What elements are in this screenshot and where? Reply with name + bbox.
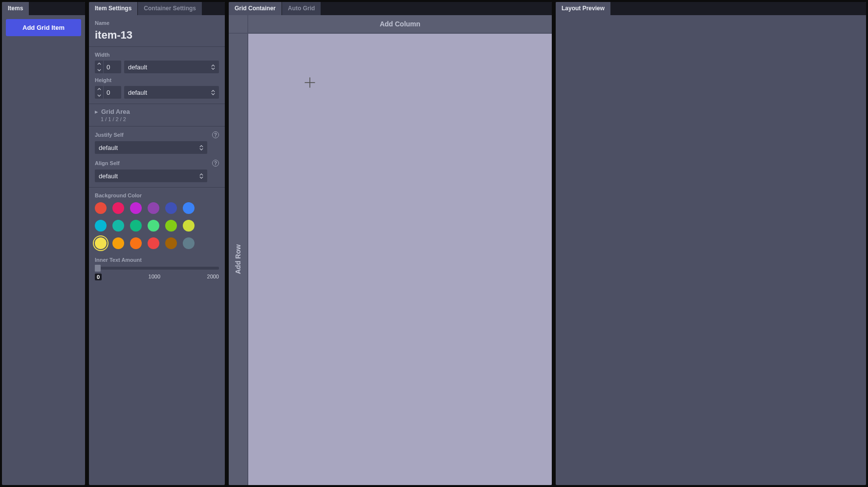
width-stepper-buttons [95,61,104,73]
add-column-button[interactable]: Add Column [248,15,552,33]
slider-track [95,267,219,270]
app-root: Items Add Grid Item Item Settings Contai… [0,0,868,487]
height-stepper-buttons [95,86,104,99]
justify-self-value: default [99,144,118,151]
grid-panel-body: Add Column Add Row [229,15,552,485]
color-swatch[interactable] [148,220,159,232]
help-icon[interactable]: ? [212,160,219,167]
width-unit-value: default [128,64,147,71]
width-row: default [95,61,219,73]
panel-items-body: Add Grid Item [2,15,85,485]
panel-preview: Layout Preview [556,2,866,485]
color-swatch[interactable] [165,220,177,232]
width-input[interactable] [104,61,121,73]
select-caret-icon [211,90,215,95]
color-swatch[interactable] [95,220,107,232]
tabs-grid: Grid Container Auto Grid [229,2,552,15]
slider-mid: 1000 [149,274,160,280]
tab-layout-preview[interactable]: Layout Preview [556,2,611,15]
slider-thumb[interactable] [95,265,101,272]
color-swatch[interactable] [95,237,107,249]
plus-icon[interactable] [303,76,317,91]
panel-settings: Item Settings Container Settings Name it… [89,2,225,485]
slider-labels: 0 1000 2000 [95,274,219,280]
tab-container-settings[interactable]: Container Settings [138,2,202,15]
grid-corner [229,15,247,33]
select-caret-icon [211,64,215,70]
color-swatch[interactable] [112,237,124,249]
color-swatch[interactable] [112,202,124,214]
help-icon[interactable]: ? [212,131,219,138]
width-unit-select[interactable]: default [124,61,219,73]
height-input[interactable] [104,86,121,99]
bg-color-label: Background Color [95,192,219,198]
color-swatches [95,202,219,249]
select-caret-icon [199,145,203,150]
grid-area-value: 1 / 1 / 2 / 2 [101,116,219,122]
add-grid-item-button[interactable]: Add Grid Item [6,19,81,36]
color-swatch[interactable] [183,237,195,249]
color-swatch[interactable] [165,202,177,214]
height-step-down[interactable] [95,92,103,99]
height-row: default [95,86,219,99]
width-step-down[interactable] [95,67,103,73]
color-swatch[interactable] [148,202,159,214]
inner-text-slider[interactable]: 0 1000 2000 [95,267,219,280]
color-swatch[interactable] [165,237,177,249]
color-swatch[interactable] [95,202,107,214]
tab-grid-container[interactable]: Grid Container [229,2,282,15]
color-swatch[interactable] [130,237,142,249]
tabs-settings: Item Settings Container Settings [89,2,225,15]
chevron-up-icon [97,88,101,90]
panel-items: Items Add Grid Item [2,2,85,485]
name-value[interactable]: item-13 [95,29,219,42]
justify-self-label: Justify Self [95,132,124,138]
height-stepper [95,86,121,99]
section-dimensions: Width default [89,47,225,104]
select-caret-icon [199,173,203,179]
chevron-up-icon [97,63,101,65]
grid-surface[interactable] [248,34,552,485]
color-swatch[interactable] [148,237,159,249]
name-label: Name [95,20,219,26]
panel-settings-body: Name item-13 Width default [89,15,225,285]
caret-right-icon: ▸ [95,108,98,115]
width-label: Width [95,52,219,58]
section-alignment: Justify Self ? default Align Self ? defa… [89,127,225,188]
tab-item-settings[interactable]: Item Settings [89,2,138,15]
width-stepper [95,61,121,73]
tab-auto-grid[interactable]: Auto Grid [282,2,321,15]
section-grid-area[interactable]: ▸ Grid Area 1 / 1 / 2 / 2 [89,104,225,127]
height-step-up[interactable] [95,86,103,92]
slider-min: 0 [95,274,102,280]
section-appearance: Background Color Inner Text Amount 0 100… [89,188,225,285]
preview-body [556,15,866,485]
align-self-value: default [99,172,118,180]
align-self-select[interactable]: default [95,169,207,182]
tab-items[interactable]: Items [2,2,29,15]
height-unit-select[interactable]: default [124,86,219,99]
tabs-items: Items [2,2,85,15]
color-swatch[interactable] [130,202,142,214]
tabs-preview: Layout Preview [556,2,866,15]
chevron-down-icon [97,69,101,71]
height-label: Height [95,77,219,83]
slider-max: 2000 [207,274,219,280]
color-swatch[interactable] [183,202,195,214]
add-row-button[interactable]: Add Row [229,34,247,485]
color-swatch[interactable] [130,220,142,232]
grid-area-title: Grid Area [101,108,130,115]
width-step-up[interactable] [95,61,103,67]
color-swatch[interactable] [112,220,124,232]
panel-grid: Grid Container Auto Grid Add Column Add … [229,2,552,485]
align-self-label: Align Self [95,160,120,166]
color-swatch[interactable] [183,220,195,232]
chevron-down-icon [97,94,101,97]
inner-text-label: Inner Text Amount [95,257,219,263]
justify-self-select[interactable]: default [95,141,207,154]
height-unit-value: default [128,89,147,96]
section-name: Name item-13 [89,15,225,47]
